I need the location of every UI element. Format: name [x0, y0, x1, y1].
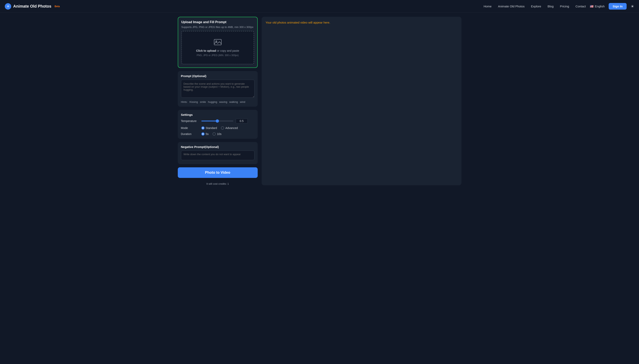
- duration-row: Duration 5s 10s: [181, 132, 255, 136]
- image-icon: [214, 38, 222, 48]
- prompt-input[interactable]: [181, 80, 255, 98]
- negative-prompt-input[interactable]: [181, 150, 255, 160]
- nav-animate[interactable]: Animate Old Photos: [498, 4, 524, 8]
- mode-radio-group: Standard Advanced: [201, 126, 238, 130]
- duration-label: Duration: [181, 132, 199, 136]
- upload-subtitle: Supports JPG, PNG or JPEG files up to 4M…: [181, 26, 254, 28]
- mode-advanced-radio[interactable]: [221, 126, 224, 130]
- hint-wind[interactable]: wind: [240, 100, 245, 104]
- temperature-label: Temperature: [181, 120, 199, 122]
- negative-prompt-title: Negative Prompt(Optional): [181, 145, 255, 148]
- duration-5s-radio[interactable]: [201, 132, 205, 136]
- duration-10s-label: 10s: [217, 132, 222, 136]
- language-label: English: [595, 4, 605, 8]
- mode-row: Mode Standard Advanced: [181, 126, 255, 130]
- settings-section: Settings Temperature 0.5 Mode Standard: [178, 110, 258, 139]
- upload-dropzone[interactable]: Click to upload or copy and paste PNG, J…: [181, 31, 254, 64]
- temperature-value: 0.5: [236, 118, 248, 124]
- negative-prompt-section: Negative Prompt(Optional): [178, 142, 258, 164]
- hint-kissing[interactable]: Kissing: [190, 100, 198, 104]
- left-panel: Upload Image and Fill Prompt Supports JP…: [178, 17, 258, 185]
- nav-explore[interactable]: Explore: [531, 4, 541, 8]
- hint-walking[interactable]: walking: [229, 100, 238, 104]
- upload-format-hint: PNG, JPG or JPEG (MIN. 300 x 300px): [197, 54, 239, 57]
- logo[interactable]: ✳ Animate Old Photos Beta: [5, 3, 60, 10]
- temperature-row: Temperature 0.5: [181, 118, 255, 124]
- hint-smile[interactable]: smile: [200, 100, 206, 104]
- mode-label: Mode: [181, 126, 199, 130]
- hint-hugging[interactable]: hugging: [208, 100, 217, 104]
- language-selector[interactable]: 🇺🇸 English: [590, 4, 605, 8]
- theme-toggle-icon[interactable]: ☀: [630, 4, 634, 9]
- nav-pricing[interactable]: Pricing: [560, 4, 569, 8]
- flag-icon: 🇺🇸: [590, 4, 594, 8]
- duration-10s-radio[interactable]: [213, 132, 216, 136]
- nav-links: Home Animate Old Photos Explore Blog Pri…: [484, 4, 569, 8]
- logo-text: Animate Old Photos: [13, 4, 51, 8]
- convert-button[interactable]: Photo to Video: [178, 167, 258, 178]
- settings-title: Settings: [181, 113, 255, 116]
- duration-5s-label: 5s: [206, 132, 209, 136]
- mode-advanced-label: Advanced: [225, 126, 238, 130]
- nav-home[interactable]: Home: [484, 4, 492, 8]
- mode-standard-radio[interactable]: [201, 126, 205, 130]
- nav-right: Contact 🇺🇸 English Sign In ☀: [575, 3, 634, 10]
- mode-standard-label: Standard: [206, 126, 217, 130]
- hint-waving[interactable]: waving: [219, 100, 227, 104]
- beta-badge: Beta: [55, 5, 60, 8]
- mode-standard-option[interactable]: Standard: [201, 126, 217, 130]
- prompt-title: Prompt (Optional): [181, 74, 255, 78]
- upload-section: Upload Image and Fill Prompt Supports JP…: [178, 17, 258, 68]
- main-layout: Upload Image and Fill Prompt Supports JP…: [174, 13, 465, 189]
- nav-blog[interactable]: Blog: [547, 4, 553, 8]
- signin-button[interactable]: Sign In: [609, 3, 626, 10]
- hints-row: Hints: Kissing smile hugging waving walk…: [181, 100, 255, 104]
- svg-point-1: [216, 41, 217, 42]
- contact-link[interactable]: Contact: [575, 4, 586, 8]
- duration-10s-option[interactable]: 10s: [213, 132, 222, 136]
- preview-panel: Your old photos animated video will appe…: [262, 17, 461, 185]
- duration-5s-option[interactable]: 5s: [201, 132, 209, 136]
- logo-icon: ✳: [5, 3, 11, 10]
- credits-text: It will cost credits: 1: [178, 182, 258, 185]
- upload-title: Upload Image and Fill Prompt: [181, 20, 254, 24]
- upload-bold: Click to upload: [196, 49, 216, 52]
- temperature-slider-container: 0.5: [201, 118, 255, 124]
- prompt-section: Prompt (Optional) Hints: Kissing smile h…: [178, 71, 258, 106]
- duration-radio-group: 5s 10s: [201, 132, 222, 136]
- hints-label: Hints:: [181, 100, 188, 104]
- mode-advanced-option[interactable]: Advanced: [221, 126, 238, 130]
- svg-rect-0: [214, 39, 221, 45]
- preview-placeholder-text: Your old photos animated video will appe…: [266, 21, 330, 24]
- temperature-slider[interactable]: [201, 120, 233, 122]
- navbar: ✳ Animate Old Photos Beta Home Animate O…: [0, 0, 639, 13]
- upload-rest: or copy and paste: [216, 49, 239, 52]
- upload-click-text: Click to upload or copy and paste: [196, 49, 239, 52]
